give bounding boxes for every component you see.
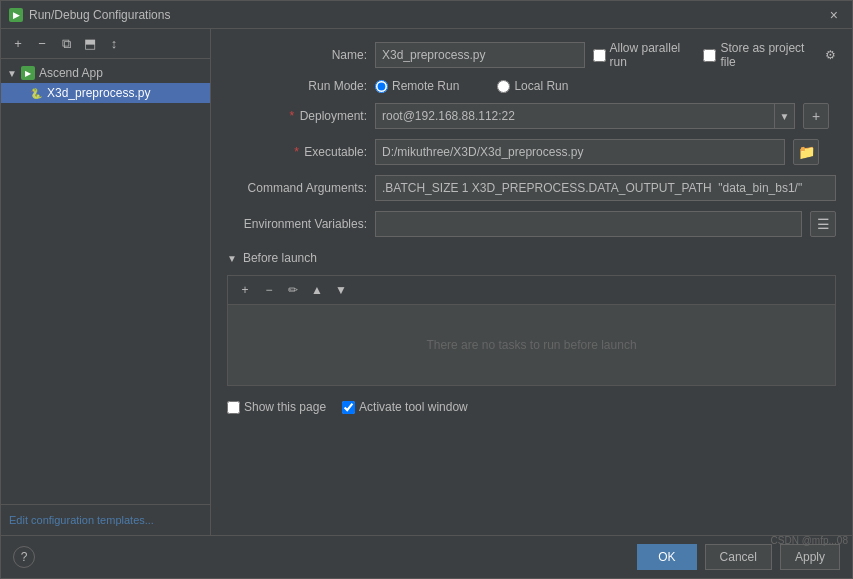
tree-group-arrow: ▼ xyxy=(7,68,17,79)
move-config-button[interactable]: ⬒ xyxy=(79,33,101,55)
executable-input[interactable] xyxy=(375,139,785,165)
bottom-checks: Show this page Activate tool window xyxy=(227,400,836,414)
required-star-deployment: * xyxy=(290,109,295,123)
title-bar-left: ▶ Run/Debug Configurations xyxy=(9,8,170,22)
show-page-label[interactable]: Show this page xyxy=(227,400,326,414)
allow-parallel-checkbox[interactable] xyxy=(593,49,606,62)
deployment-select-wrap: ▼ xyxy=(375,103,795,129)
before-launch-toolbar: + − ✏ ▲ ▼ xyxy=(228,276,835,305)
ok-button[interactable]: OK xyxy=(637,544,696,570)
tree-group-label: Ascend App xyxy=(39,66,103,80)
env-vars-label: Environment Variables: xyxy=(227,217,367,231)
before-launch-empty-message: There are no tasks to run before launch xyxy=(228,305,835,385)
before-launch-edit-button[interactable]: ✏ xyxy=(282,279,304,301)
add-config-button[interactable]: + xyxy=(7,33,29,55)
dialog-footer: ? OK Cancel Apply xyxy=(1,535,852,578)
main-content: + − ⧉ ⬒ ↕ ▼ ▶ Ascend App 🐍 X3d_preproces… xyxy=(1,29,852,535)
before-launch-arrow[interactable]: ▼ xyxy=(227,253,237,264)
tree-item-label: X3d_preprocess.py xyxy=(47,86,150,100)
store-project-label[interactable]: Store as project file xyxy=(703,41,817,69)
cmd-args-input[interactable] xyxy=(375,175,836,201)
before-launch-up-button[interactable]: ▲ xyxy=(306,279,328,301)
executable-browse-button[interactable]: 📁 xyxy=(793,139,819,165)
deployment-label: * Deployment: xyxy=(227,109,367,123)
tree-item-icon: 🐍 xyxy=(29,86,43,100)
sidebar-bottom: Edit configuration templates... xyxy=(1,504,210,535)
executable-label: * Executable: xyxy=(227,145,367,159)
before-launch-add-button[interactable]: + xyxy=(234,279,256,301)
right-panel: Name: Allow parallel run Store as projec… xyxy=(211,29,852,535)
title-bar: ▶ Run/Debug Configurations × xyxy=(1,1,852,29)
activate-window-checkbox[interactable] xyxy=(342,401,355,414)
deployment-row: * Deployment: ▼ + xyxy=(227,103,836,129)
settings-icon: ⚙ xyxy=(825,48,836,62)
remote-run-radio[interactable] xyxy=(375,80,388,93)
env-vars-input[interactable] xyxy=(375,211,802,237)
before-launch-title: Before launch xyxy=(243,251,317,265)
name-row: Name: Allow parallel run Store as projec… xyxy=(227,41,836,69)
sidebar-tree: ▼ ▶ Ascend App 🐍 X3d_preprocess.py xyxy=(1,59,210,504)
footer-left: ? xyxy=(13,546,35,568)
cancel-button[interactable]: Cancel xyxy=(705,544,772,570)
cmd-args-label: Command Arguments: xyxy=(227,181,367,195)
name-input[interactable] xyxy=(375,42,585,68)
name-label: Name: xyxy=(227,48,367,62)
cmd-args-row: Command Arguments: xyxy=(227,175,836,201)
activate-window-label[interactable]: Activate tool window xyxy=(342,400,468,414)
sidebar: + − ⧉ ⬒ ↕ ▼ ▶ Ascend App 🐍 X3d_preproces… xyxy=(1,29,211,535)
deployment-input[interactable] xyxy=(375,103,775,129)
sort-config-button[interactable]: ↕ xyxy=(103,33,125,55)
before-launch-remove-button[interactable]: − xyxy=(258,279,280,301)
close-button[interactable]: × xyxy=(824,5,844,25)
before-launch-box: + − ✏ ▲ ▼ There are no tasks to run befo… xyxy=(227,275,836,386)
local-run-label[interactable]: Local Run xyxy=(497,79,568,93)
copy-config-button[interactable]: ⧉ xyxy=(55,33,77,55)
footer-right: OK Cancel Apply xyxy=(637,544,840,570)
remote-run-label[interactable]: Remote Run xyxy=(375,79,459,93)
deployment-dropdown-arrow[interactable]: ▼ xyxy=(775,103,795,129)
deployment-add-button[interactable]: + xyxy=(803,103,829,129)
dialog-title: Run/Debug Configurations xyxy=(29,8,170,22)
remove-config-button[interactable]: − xyxy=(31,33,53,55)
before-launch-header: ▼ Before launch xyxy=(227,251,836,265)
store-project-checkbox[interactable] xyxy=(703,49,716,62)
env-vars-edit-button[interactable]: ☰ xyxy=(810,211,836,237)
required-star-executable: * xyxy=(294,145,299,159)
env-vars-row: Environment Variables: ☰ xyxy=(227,211,836,237)
allow-parallel-label[interactable]: Allow parallel run xyxy=(593,41,696,69)
tree-group-ascend[interactable]: ▼ ▶ Ascend App xyxy=(1,63,210,83)
run-debug-dialog: ▶ Run/Debug Configurations × + − ⧉ ⬒ ↕ ▼… xyxy=(0,0,853,579)
local-run-radio[interactable] xyxy=(497,80,510,93)
tree-item-x3d[interactable]: 🐍 X3d_preprocess.py xyxy=(1,83,210,103)
executable-row: * Executable: 📁 xyxy=(227,139,836,165)
sidebar-toolbar: + − ⧉ ⬒ ↕ xyxy=(1,29,210,59)
edit-templates-link[interactable]: Edit configuration templates... xyxy=(9,514,154,526)
run-mode-row: Run Mode: Remote Run Local Run xyxy=(227,79,836,93)
show-page-checkbox[interactable] xyxy=(227,401,240,414)
before-launch-down-button[interactable]: ▼ xyxy=(330,279,352,301)
help-button[interactable]: ? xyxy=(13,546,35,568)
run-mode-label: Run Mode: xyxy=(227,79,367,93)
apply-button[interactable]: Apply xyxy=(780,544,840,570)
tree-group-icon: ▶ xyxy=(21,66,35,80)
dialog-icon: ▶ xyxy=(9,8,23,22)
